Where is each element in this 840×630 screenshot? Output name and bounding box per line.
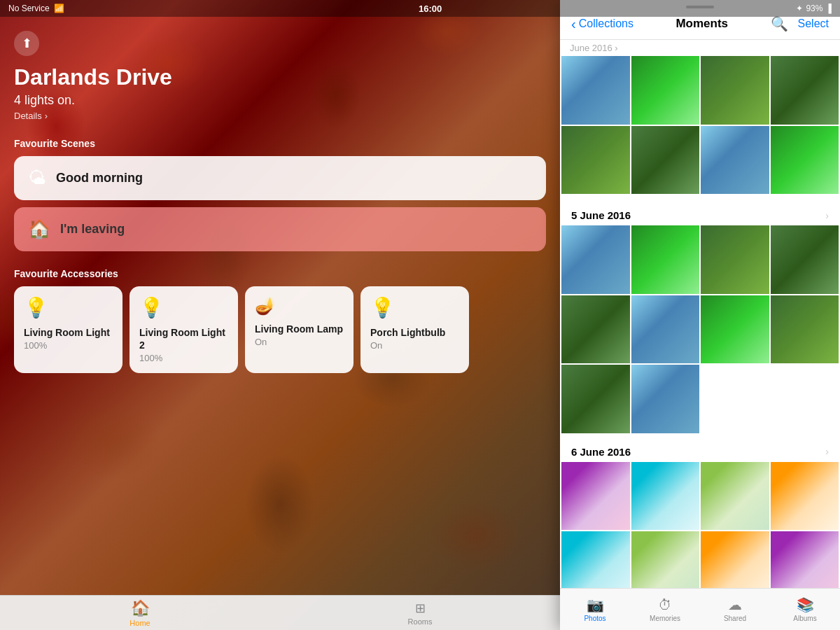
location-icon: ⬆ <box>14 31 39 56</box>
photo-cell[interactable] <box>631 126 700 195</box>
home-tab-label: Home <box>130 619 150 627</box>
back-to-collections[interactable]: ‹ Collections <box>571 16 634 32</box>
photo-cell[interactable] <box>561 365 630 433</box>
accessory-porch-lightbulb[interactable]: 💡 Porch Lightbulb On <box>360 286 469 373</box>
select-button[interactable]: Select <box>798 18 829 30</box>
photo-cell[interactable] <box>701 531 769 588</box>
photo-cell[interactable] <box>631 462 700 531</box>
photo-cell[interactable] <box>561 56 630 125</box>
living-room-lamp-name: Living Room Lamp <box>255 323 344 335</box>
photo-cell[interactable] <box>561 295 630 364</box>
shared-tab-icon: ☁ <box>728 596 742 613</box>
moment-5june: 5 June 2016 › <box>560 202 840 433</box>
photo-cell[interactable] <box>771 126 839 195</box>
bluetooth-icon: ✦ <box>796 4 803 13</box>
photos-tab-icon: 📷 <box>587 596 604 613</box>
living-room-light-2-icon: 💡 <box>139 296 228 319</box>
albums-tab-icon: 📚 <box>797 596 814 613</box>
leaving-icon: 🏠 <box>28 218 50 240</box>
home-content: ⬆ Darlands Drive 4 lights on. Details › … <box>0 17 560 595</box>
photos-nav-actions: 🔍 Select <box>771 15 829 32</box>
wifi-icon: 📶 <box>54 4 64 13</box>
photo-cell[interactable] <box>701 295 769 364</box>
memories-tab-label: Memories <box>650 615 680 622</box>
photo-cell[interactable] <box>701 56 769 125</box>
photo-cell[interactable] <box>561 462 630 531</box>
moment-date-6june-a: 6 June 2016 <box>571 446 631 458</box>
battery-label: 93% <box>806 4 822 13</box>
tab-photos[interactable]: 📷 Photos <box>560 596 630 622</box>
search-icon[interactable]: 🔍 <box>771 15 788 32</box>
porch-lightbulb-name: Porch Lightbulb <box>370 326 459 339</box>
photos-scroll-area[interactable]: June 2016 › 5 June 2016 › <box>560 40 840 588</box>
home-details-link[interactable]: Details › <box>14 111 546 121</box>
photo-cell[interactable] <box>631 225 700 294</box>
moment-header-5june[interactable]: 5 June 2016 › <box>560 202 840 225</box>
details-arrow: › <box>45 111 48 121</box>
good-morning-icon: 🌤 <box>28 167 46 189</box>
accessory-living-room-light[interactable]: 💡 Living Room Light 100% <box>14 286 122 373</box>
photo-cell[interactable] <box>631 365 700 433</box>
photo-cell[interactable] <box>631 295 700 364</box>
no-service-label: No Service <box>8 4 50 13</box>
photo-cell[interactable] <box>561 126 630 195</box>
tab-home[interactable]: 🏠 Home <box>0 596 280 630</box>
moments-title: Moments <box>676 17 728 31</box>
living-room-light-2-name: Living Room Light 2 <box>139 326 228 351</box>
partial-photo-grid <box>560 56 840 197</box>
moment-partial-top: June 2016 › <box>560 40 840 197</box>
photo-cell[interactable] <box>701 126 769 195</box>
scene-good-morning[interactable]: 🌤 Good morning <box>14 156 546 200</box>
tab-rooms[interactable]: ⊞ Rooms <box>280 596 560 630</box>
photos-tab-label: Photos <box>584 615 606 622</box>
scene-leaving[interactable]: 🏠 I'm leaving <box>14 207 546 251</box>
home-location-title: Darlands Drive <box>14 64 546 90</box>
photo-cell[interactable] <box>701 462 769 531</box>
moment-arrow-5june: › <box>825 210 829 221</box>
moment-6june-a: 6 June 2016 › <box>560 439 840 589</box>
back-chevron-icon: ‹ <box>571 16 576 32</box>
tab-memories[interactable]: ⏱ Memories <box>630 597 700 622</box>
home-tabbar: 🏠 Home ⊞ Rooms <box>0 595 560 630</box>
photos-panel: ‹ Collections Moments 🔍 Select June 2016… <box>560 0 840 630</box>
photo-cell[interactable] <box>631 531 700 588</box>
photo-cell[interactable] <box>701 225 769 294</box>
status-right: ✦ 93% ▐ <box>796 4 832 13</box>
photo-grid-5june <box>560 225 840 433</box>
status-left: No Service 📶 <box>8 4 64 13</box>
photos-tabbar: 📷 Photos ⏱ Memories ☁ Shared 📚 Albums <box>560 588 840 630</box>
photo-grid-6june-a <box>560 462 840 589</box>
collections-label: Collections <box>579 18 634 30</box>
photo-cell[interactable] <box>771 295 839 364</box>
photo-cell[interactable] <box>771 56 839 125</box>
living-room-light-name: Living Room Light <box>24 326 113 339</box>
photo-cell[interactable] <box>771 225 839 294</box>
photo-cell[interactable] <box>771 531 839 588</box>
details-label: Details <box>14 111 42 121</box>
living-room-lamp-icon: 🪔 <box>255 296 344 316</box>
moment-date-5june: 5 June 2016 <box>571 209 631 221</box>
porch-lightbulb-icon: 💡 <box>370 296 459 319</box>
scenes-section-label: Favourite Scenes <box>14 138 546 149</box>
accessory-living-room-light-2[interactable]: 💡 Living Room Light 2 100% <box>130 286 238 373</box>
good-morning-label: Good morning <box>56 171 143 186</box>
status-bar: No Service 📶 16:00 ✦ 93% ▐ <box>0 0 840 17</box>
photo-cell[interactable] <box>561 531 630 588</box>
tab-albums[interactable]: 📚 Albums <box>770 596 840 622</box>
living-room-light-2-status: 100% <box>139 353 228 363</box>
battery-icon: ▐ <box>825 4 832 13</box>
accessories-section-label: Favourite Accessories <box>14 268 546 279</box>
photo-cell[interactable] <box>631 56 700 125</box>
living-room-lamp-status: On <box>255 337 344 347</box>
tab-shared[interactable]: ☁ Shared <box>700 596 770 622</box>
moment-header-6june-a[interactable]: 6 June 2016 › <box>560 439 840 462</box>
photo-cell[interactable] <box>701 365 769 433</box>
home-lights-status: 4 lights on. <box>14 93 546 108</box>
home-app: ⬆ Darlands Drive 4 lights on. Details › … <box>0 0 560 630</box>
photo-cell <box>771 365 839 433</box>
leaving-label: I'm leaving <box>60 222 125 237</box>
photo-cell[interactable] <box>561 225 630 294</box>
accessory-living-room-lamp[interactable]: 🪔 Living Room Lamp On <box>245 286 354 373</box>
photo-cell[interactable] <box>771 462 839 531</box>
living-room-light-status: 100% <box>24 340 113 351</box>
